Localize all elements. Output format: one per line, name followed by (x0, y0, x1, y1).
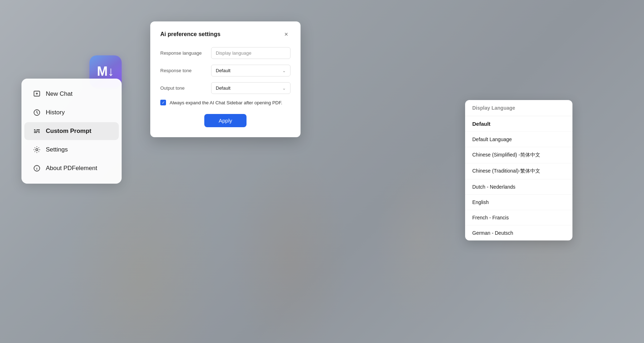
sidebar-item-about[interactable]: About PDFelement (24, 159, 119, 177)
output-tone-label: Output tone (160, 85, 207, 91)
dialog-title: Ai preference settings (160, 31, 220, 38)
language-dropdown: Display Language Default Default Languag… (465, 100, 572, 240)
response-language-value: Display language (216, 50, 252, 56)
sidebar-item-custom-prompt[interactable]: Custom Prompt (24, 122, 119, 140)
dialog-header: Ai preference settings × (160, 30, 291, 39)
apply-button[interactable]: Apply (204, 114, 247, 127)
output-tone-select[interactable]: Default ⌄ (211, 82, 291, 94)
sidebar-item-new-chat[interactable]: New Chat (24, 85, 119, 103)
output-tone-value: Default (216, 85, 230, 91)
new-chat-icon (33, 90, 41, 98)
svg-point-9 (36, 149, 38, 151)
response-tone-label: Response tone (160, 68, 207, 73)
chevron-down-icon: ⌄ (282, 68, 286, 73)
output-tone-row: Output tone Default ⌄ (160, 82, 291, 94)
response-tone-row: Response tone Default ⌄ (160, 65, 291, 76)
checkbox-row: ✓ Always expand the AI Chat Sidebar afte… (160, 100, 291, 105)
close-button[interactable]: × (282, 30, 291, 39)
sidebar-menu: New Chat History Custom Prompt Settings (21, 79, 122, 184)
lang-item-chinese-simplified[interactable]: Chinese (Simplified) -简体中文 (465, 147, 572, 163)
sidebar-item-settings[interactable]: Settings (24, 141, 119, 159)
sidebar-item-history[interactable]: History (24, 104, 119, 121)
custom-prompt-icon (33, 127, 41, 135)
lang-item-english[interactable]: English (465, 195, 572, 210)
lang-item-default[interactable]: Default (465, 116, 572, 132)
info-icon (33, 164, 41, 172)
svg-point-12 (37, 167, 37, 167)
lang-item-default-language[interactable]: Default Language (465, 132, 572, 147)
lang-item-dutch[interactable]: Dutch - Nederlands (465, 179, 572, 195)
checkbox-label: Always expand the AI Chat Sidebar after … (170, 100, 282, 105)
response-language-input[interactable]: Display language (211, 47, 291, 59)
response-language-label: Response language (160, 50, 207, 56)
lang-item-french[interactable]: French - Francis (465, 210, 572, 225)
response-language-row: Response language Display language (160, 47, 291, 59)
history-icon (33, 109, 41, 116)
expand-sidebar-checkbox[interactable]: ✓ (160, 100, 166, 105)
lang-item-chinese-traditional[interactable]: Chinese (Traditional)-繁体中文 (465, 163, 572, 179)
settings-dialog: Ai preference settings × Response langua… (150, 21, 301, 137)
settings-icon (33, 146, 41, 154)
chevron-down-icon-2: ⌄ (282, 86, 286, 91)
response-tone-select[interactable]: Default ⌄ (211, 65, 291, 76)
response-tone-value: Default (216, 68, 230, 73)
lang-item-german[interactable]: German - Deutsch (465, 225, 572, 240)
dropdown-header: Display Language (465, 100, 572, 116)
